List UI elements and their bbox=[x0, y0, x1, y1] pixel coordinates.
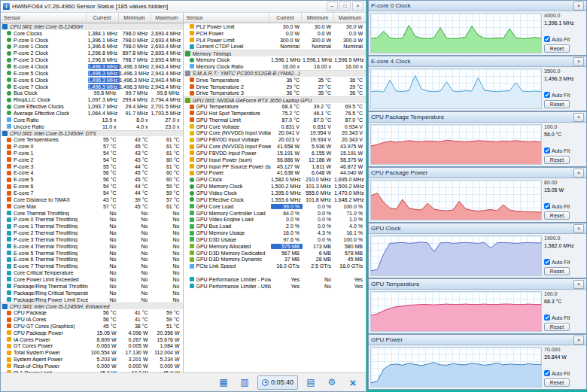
auto-fit-checkbox[interactable]: Auto Fit bbox=[544, 259, 585, 265]
sensor-row[interactable]: Drive Temperature 229 °C27 °C29 °C bbox=[184, 84, 366, 90]
graph-titlebar[interactable]: E-core 4 Clock× bbox=[369, 56, 586, 67]
sensor-row[interactable]: PCH Power0.0 W0.0 W0.0 W bbox=[184, 30, 366, 37]
column-header-minimum[interactable]: Minimum bbox=[302, 13, 334, 23]
sensor-row[interactable]: GPU FBVDD Input Power15.191 W6.155 W15.1… bbox=[184, 150, 366, 156]
sensor-row[interactable]: GPU Video Engine Load0.0 %0.0 %1.0 % bbox=[184, 216, 366, 223]
sensor-row[interactable]: Total System Power100.554 W17.130 W112.0… bbox=[1, 349, 183, 356]
sensor-row[interactable]: PCIe Link Speed16.0 GT/s2.5 GT/s16.0 GT/… bbox=[184, 263, 366, 269]
sensor-row[interactable]: E-core 556 °C45 °C60 °C bbox=[1, 176, 183, 183]
sensor-row[interactable]: E-core 6 Thermal ThrottlingNoNoNo bbox=[1, 257, 183, 263]
sensor-row[interactable]: GPU D3D Usage97.6 %0.0 %100.0 % bbox=[184, 236, 366, 243]
reset-button[interactable]: Reset bbox=[544, 323, 570, 331]
auto-fit-checkbox[interactable]: Auto Fit bbox=[544, 92, 585, 98]
close-sensors-button[interactable]: × bbox=[345, 375, 361, 390]
graph-titlebar[interactable]: GPU Temperature× bbox=[369, 279, 586, 290]
sensor-row[interactable]: Uncore Ratio11.0 x4.0 x23.0 x bbox=[1, 123, 183, 130]
sensor-section-row[interactable]: CPU [#0]: Intel Core i5-12450H: DTS bbox=[1, 130, 183, 137]
sensor-row[interactable]: P-core 1 Clock1,396.6 MHz798.0 MHz2,693.… bbox=[1, 44, 183, 50]
sensor-row[interactable]: GT Cores Power0.063 W0.005 W1.084 W bbox=[1, 343, 183, 350]
sensor-row[interactable]: Memory Clock Ratio16.00 x16.00 x16.00 x bbox=[184, 63, 366, 70]
sensor-row[interactable]: P-core 0 Thermal ThrottlingNoNoNo bbox=[1, 216, 183, 223]
sensor-row[interactable]: GPU Memory Clock1,500.2 MHz101.3 MHz1,50… bbox=[184, 183, 366, 190]
sensor-row[interactable]: System Agent Power5.203 W3.201 W5.234 W bbox=[1, 356, 183, 363]
sensor-row[interactable]: Average Effective Clock1,064.4 MHz91.7 M… bbox=[1, 110, 183, 117]
sensor-row[interactable]: GPU D3D Memory Dedicated567 MB6 MB578 MB bbox=[184, 250, 366, 257]
column-header-current[interactable]: Current bbox=[87, 13, 119, 23]
column-header-maximum[interactable]: Maximum bbox=[334, 13, 366, 23]
sensor-row[interactable]: GPU Temperature68.3 °C39.2 °C69.5 °C bbox=[184, 103, 366, 110]
sensor-row[interactable]: Core Thermal ThrottlingNoNoNo bbox=[1, 210, 183, 217]
sensor-row[interactable]: E-core 654 °C44 °C59 °C bbox=[1, 183, 183, 190]
maximize-button[interactable]: □ bbox=[339, 2, 351, 11]
sensor-row[interactable]: E-core 5 Thermal ThrottlingNoNoNo bbox=[1, 250, 183, 257]
sensor-row[interactable]: GPU Thermal Limit87.0 °C87.0 °C87.0 °C bbox=[184, 117, 366, 123]
sensor-row[interactable]: GPU Memory Usage16.0 %4.3 %16.1 % bbox=[184, 229, 366, 236]
sensor-row[interactable]: GPU Performance Limiter - UtilizationYes… bbox=[184, 283, 366, 290]
sensor-row[interactable]: Core Clocks1,384.1 MHz798.0 MHz2,693.4 M… bbox=[1, 30, 183, 37]
sensor-row[interactable]: P-core 1 Thermal ThrottlingNoNoNo bbox=[1, 223, 183, 229]
column-header-current[interactable]: Current bbox=[269, 13, 302, 23]
sensor-row[interactable]: GPU Hot Spot Temperature75.2 °C46.1 °C76… bbox=[184, 110, 366, 117]
sensor-row[interactable]: IA Cores Power8.809 W0.267 W15.676 W bbox=[1, 336, 183, 343]
graph-close-button[interactable]: × bbox=[573, 113, 584, 122]
sensor-row[interactable]: Ring/LLC Clock1,097.3 MHz299.4 MHz2,794.… bbox=[1, 96, 183, 103]
sensor-row[interactable]: CPU IA Cores56 °C41 °C59 °C bbox=[1, 316, 183, 323]
reset-button[interactable]: Reset bbox=[544, 267, 570, 275]
sensor-row[interactable]: GPU Core Load99.0 %0.0 %100.0 % bbox=[184, 203, 366, 210]
auto-fit-checkbox-input[interactable] bbox=[544, 370, 550, 376]
minimize-button[interactable]: – bbox=[327, 2, 338, 11]
auto-fit-checkbox[interactable]: Auto Fit bbox=[544, 370, 585, 376]
sensor-row[interactable]: Core Temperatures55 °C43 °C61 °C bbox=[1, 136, 183, 143]
column-header-sensor[interactable]: Sensor bbox=[184, 13, 270, 23]
auto-fit-checkbox-input[interactable] bbox=[544, 92, 550, 98]
sensor-row[interactable]: GPU Core Voltage0.831 V0.631 V0.934 V bbox=[184, 123, 366, 130]
sensor-section-row[interactable]: CPU [#0]: Intel Core i5-12450H bbox=[1, 23, 183, 30]
sensor-row[interactable]: GPU Power41.638 W6.048 W44.040 W bbox=[184, 170, 366, 177]
sensor-section-row[interactable]: GPU [#0]: NVIDIA GeForce RTX 3050 Laptop… bbox=[184, 96, 366, 103]
sensor-row[interactable]: GPU Clock1,582.0 MHz210.0 MHz1,695.0 MHz bbox=[184, 176, 366, 183]
sensor-row[interactable]: Bus Clock99.8 MHz99.7 MHz99.8 MHz bbox=[1, 90, 183, 96]
sensor-row[interactable]: Drive Temperature 336 °C35 °C36 °C bbox=[184, 90, 366, 96]
sensor-row[interactable]: Package/Ring Power Limit ExceededNoNoNo bbox=[1, 296, 183, 303]
sensor-row[interactable]: CPU Package56 °C41 °C59 °C bbox=[1, 309, 183, 316]
column-header-minimum[interactable]: Minimum bbox=[119, 13, 151, 23]
sensor-row[interactable]: E-core 7 Thermal ThrottlingNoNoNo bbox=[1, 263, 183, 269]
sensor-row[interactable]: P-core 154 °C43 °C61 °C bbox=[1, 150, 183, 156]
auto-fit-checkbox[interactable]: Auto Fit bbox=[544, 203, 585, 209]
sensor-row[interactable]: E-core 456 °C45 °C60 °C bbox=[1, 170, 183, 177]
sensor-row[interactable]: GPU FBVDD Input Voltage20.023 V19.934 V2… bbox=[184, 136, 366, 143]
sensor-row[interactable]: Current CTDP LevelNominalNominalNominal bbox=[184, 44, 366, 50]
sensor-row[interactable]: Core Ratio13.9 x8.0 x27.0 x bbox=[1, 117, 183, 123]
sensor-row[interactable]: P-core 2 Thermal ThrottlingNoNoNo bbox=[1, 229, 183, 236]
graph-titlebar[interactable]: CPU Package Temperature× bbox=[369, 112, 586, 123]
sensor-row[interactable]: E-core 4 Thermal ThrottlingNoNoNo bbox=[1, 243, 183, 250]
window-titlebar[interactable]: i HWiNFO64 v7.26-4960 Sensor Status [185… bbox=[1, 1, 366, 13]
sensor-row[interactable]: Memory Clock1,596.1 MHz1,596.1 MHz1,596.… bbox=[184, 56, 366, 63]
reset-button[interactable]: Reset bbox=[544, 100, 570, 108]
sensor-row[interactable]: GPU D3D Memory Dynamic37 MB28 MB45 MB bbox=[184, 257, 366, 263]
close-button[interactable]: × bbox=[352, 2, 363, 11]
graph-close-button[interactable]: × bbox=[573, 280, 584, 289]
auto-fit-checkbox-input[interactable] bbox=[544, 147, 550, 153]
sensor-row[interactable]: Drive Temperature36 °C35 °C36 °C bbox=[184, 77, 366, 84]
settings-button[interactable]: ⚙ bbox=[324, 375, 340, 390]
sensor-row[interactable]: GPU Performance Limiter - PowerYesNoYes bbox=[184, 276, 366, 283]
sensor-section-row[interactable]: CPU [#0]: Intel Core i5-12450H: Enhanced bbox=[1, 302, 183, 309]
graph-close-button[interactable]: × bbox=[573, 224, 584, 233]
auto-fit-checkbox-input[interactable] bbox=[544, 203, 550, 209]
graph-close-button[interactable]: × bbox=[573, 57, 584, 66]
sensor-row[interactable]: GPU Effective Clock1,553.6 MHz101.8 MHz1… bbox=[184, 196, 366, 203]
sensor-row[interactable]: GPU Core (NVVDD) Input Voltage20.041 V19… bbox=[184, 130, 366, 137]
sensor-row[interactable]: GPU Memory Allocated575 MB173 MB580 MB bbox=[184, 243, 366, 250]
column-header-maximum[interactable]: Maximum bbox=[151, 13, 183, 23]
sensor-row[interactable]: GPU Core (NVVDD) Input Power (sum)41.658… bbox=[184, 143, 366, 150]
graph-close-button[interactable]: × bbox=[573, 336, 584, 345]
sensor-row[interactable]: Core Power Limit ExceededNoNoNo bbox=[1, 276, 183, 283]
logging-button[interactable]: ▥ bbox=[236, 375, 253, 390]
sensor-row[interactable]: GPU Video Clock1,395.0 MHz555.0 MHz1,470… bbox=[184, 190, 366, 196]
sensor-section-row[interactable]: S.M.A.R.T.: YMTC PC300-512GB-B (YMA2...) bbox=[184, 70, 366, 77]
sensor-row[interactable]: E-core 5 Clock1,496.3 MHz1,496.3 MHz2,94… bbox=[1, 70, 183, 77]
sensor-row[interactable]: P-core 3 Thermal ThrottlingNoNoNo bbox=[1, 236, 183, 243]
report-button[interactable]: ▤ bbox=[303, 375, 319, 390]
auto-fit-checkbox-input[interactable] bbox=[544, 259, 550, 265]
